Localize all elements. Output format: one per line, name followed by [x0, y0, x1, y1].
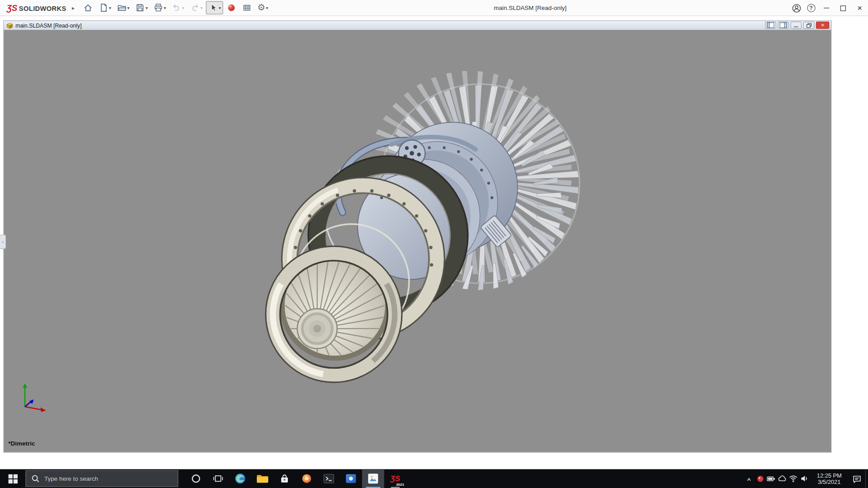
system-tray: ^ 12:25 PM 3/5/2021: [743, 469, 868, 488]
redo-icon: [190, 3, 200, 13]
split-pane-right-icon: [779, 22, 787, 28]
screen: ƷS SOLIDWORKS ▸ ▾ ▾ ▾ ▾: [0, 0, 868, 488]
exhaust-nozzle: [266, 246, 402, 382]
solidworks-logo[interactable]: ƷS SOLIDWORKS: [3, 3, 70, 13]
taskbar-app-blue-icon[interactable]: [340, 469, 362, 488]
document-window-controls: ×: [765, 22, 829, 29]
solidworks-icon: ƷS: [390, 474, 400, 483]
taskbar: ƷS 2021 ^ 12:25 PM 3/5/: [0, 469, 868, 488]
minimize-icon: [824, 8, 829, 8]
account-button[interactable]: [789, 0, 804, 16]
minimize-button[interactable]: [818, 0, 835, 16]
clock-date: 3/5/2021: [812, 479, 846, 485]
red-sphere-icon: [226, 3, 236, 13]
red-sphere-button[interactable]: [224, 1, 239, 14]
orientation-triad[interactable]: [15, 381, 50, 417]
taskbar-active-app-icon[interactable]: [362, 469, 384, 488]
3d-viewport[interactable]: *Dimetric: [4, 30, 831, 452]
redo-button[interactable]: ▾: [188, 1, 205, 14]
file-explorer-icon: [256, 473, 269, 484]
tray-show-hidden-icons[interactable]: ^: [743, 469, 754, 488]
windows-logo-icon: [8, 474, 18, 483]
cortana-button[interactable]: [185, 469, 207, 488]
action-center-button[interactable]: [849, 469, 865, 488]
action-center-icon: [853, 474, 862, 483]
dropdown-caret[interactable]: ▾: [109, 5, 111, 10]
account-icon: [792, 3, 802, 13]
gear-icon: ⚙: [257, 3, 265, 13]
document-window: main.SLDASM [Read-only] ×: [3, 20, 831, 452]
tray-network-icon[interactable]: [788, 469, 798, 488]
document-title: main.SLDASM [Read-only]: [15, 23, 81, 28]
dropdown-caret[interactable]: ▾: [266, 5, 268, 10]
pane-layout-right-button[interactable]: [778, 22, 788, 29]
jet-engine-model: [4, 30, 831, 452]
main-toolbar: ƷS SOLIDWORKS ▸ ▾ ▾ ▾ ▾: [0, 1, 271, 14]
pane-layout-left-button[interactable]: [765, 22, 776, 29]
cloud-icon: [778, 474, 787, 483]
x-axis-arrow: [40, 408, 46, 412]
wifi-icon: [789, 475, 798, 483]
taskbar-file-explorer-icon[interactable]: [251, 469, 274, 488]
maximize-button[interactable]: [835, 0, 852, 16]
document-restore-button[interactable]: [803, 22, 814, 29]
window-title: main.SLDASM [Read-only]: [494, 5, 566, 11]
tray-onedrive-icon[interactable]: [777, 469, 788, 488]
minimize-icon: [794, 27, 798, 27]
search-input[interactable]: [44, 475, 160, 482]
maximize-icon: [840, 5, 846, 11]
red-dot-tray-icon: [756, 475, 764, 482]
print-icon: [153, 3, 163, 13]
photos-window-icon: [368, 473, 378, 484]
task-view-button[interactable]: [207, 469, 229, 488]
window-controls: ? ×: [789, 0, 868, 16]
grid-icon: [242, 3, 252, 13]
print-button[interactable]: ▾: [151, 1, 168, 14]
taskbar-edge-icon[interactable]: [229, 469, 251, 488]
open-folder-icon: [117, 3, 127, 13]
save-button[interactable]: ▾: [133, 1, 150, 14]
home-button[interactable]: [81, 1, 95, 14]
close-icon: ×: [821, 22, 825, 28]
restore-icon: [806, 23, 811, 28]
tray-battery-icon[interactable]: [765, 469, 776, 488]
z-axis-arrow: [29, 399, 34, 404]
open-button[interactable]: ▾: [114, 1, 132, 14]
help-button[interactable]: ?: [804, 0, 818, 16]
dropdown-caret[interactable]: ▾: [182, 5, 184, 10]
tray-volume-icon[interactable]: [799, 469, 810, 488]
tray-app-icon[interactable]: [755, 469, 765, 488]
dassault-mark: ƷS: [7, 3, 17, 13]
solidworks-year-badge: 2021: [396, 483, 404, 487]
cortana-icon: [191, 474, 201, 483]
dropdown-caret[interactable]: ▾: [200, 5, 203, 10]
document-minimize-button[interactable]: [791, 22, 802, 29]
document-close-button[interactable]: ×: [816, 22, 829, 29]
help-icon: ?: [807, 4, 815, 12]
options-button[interactable]: ⚙ ▾: [255, 1, 270, 14]
new-document-button[interactable]: ▾: [96, 1, 113, 14]
search-icon: [32, 475, 39, 483]
taskbar-app-orange-icon[interactable]: [296, 469, 318, 488]
panel-collapse-arrow[interactable]: ‹: [0, 235, 6, 249]
start-button[interactable]: [0, 469, 25, 488]
dropdown-caret[interactable]: ▾: [164, 5, 166, 10]
taskbar-store-icon[interactable]: [274, 469, 296, 488]
dropdown-caret[interactable]: ▾: [146, 5, 148, 10]
dropdown-caret[interactable]: ▾: [219, 5, 221, 10]
taskbar-solidworks-icon[interactable]: ƷS 2021: [384, 469, 406, 488]
select-tool-button[interactable]: ▾: [206, 1, 223, 14]
taskbar-clock[interactable]: 12:25 PM 3/5/2021: [812, 472, 846, 485]
taskbar-search[interactable]: [25, 470, 178, 487]
close-button[interactable]: ×: [851, 0, 868, 16]
document-titlebar[interactable]: main.SLDASM [Read-only] ×: [4, 21, 831, 30]
component-properties-button[interactable]: [240, 1, 254, 14]
dropdown-caret[interactable]: ▾: [127, 5, 129, 10]
edge-icon: [234, 473, 246, 485]
undo-icon: [172, 3, 182, 13]
split-pane-left-icon: [767, 22, 774, 28]
show-desktop-button[interactable]: [865, 469, 868, 488]
undo-button[interactable]: ▾: [170, 1, 187, 14]
menu-expand-arrow[interactable]: ▸: [70, 5, 80, 10]
taskbar-console-icon[interactable]: [318, 469, 340, 488]
